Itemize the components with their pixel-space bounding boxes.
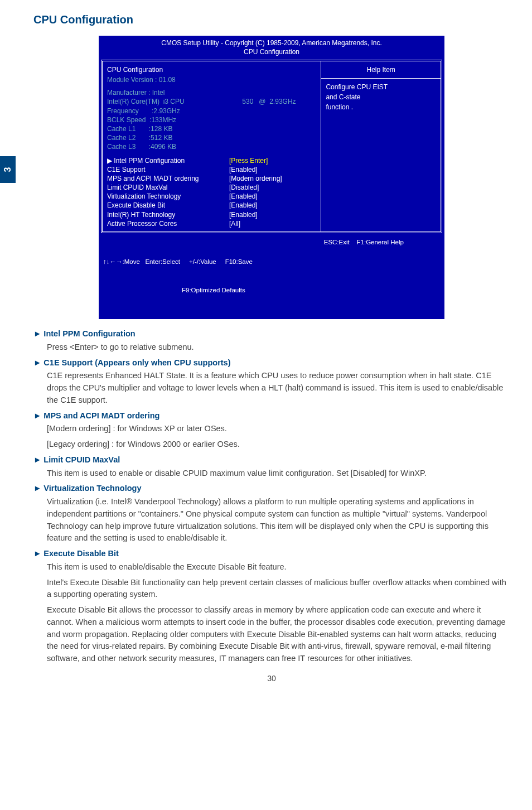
bios-help-line: and C-state <box>326 92 436 102</box>
bios-help-title: Help Item <box>326 65 436 75</box>
bios-help-line: function . <box>326 102 436 112</box>
bios-virt-value[interactable]: [Enabled] <box>229 192 316 201</box>
bios-screenshot: CMOS Setup Utility - Copyright (C) 1985-… <box>99 36 444 319</box>
bios-cache-l2: Cache L2 :512 KB <box>107 133 229 142</box>
bios-nav-hint-right: ESC:Exit F1:General Help <box>324 238 440 315</box>
bios-ppm-config[interactable]: ▶ Intel PPM Configuration <box>107 156 229 165</box>
bios-cpu-model: Intel(R) Core(TM) i3 CPU <box>107 97 229 106</box>
arrow-icon: ► <box>33 411 41 420</box>
section-body-exec-1: This item is used to enable/disable the … <box>33 561 510 573</box>
section-head-virt: ►Virtualization Technology <box>33 483 510 495</box>
bios-cache-l3: Cache L3 :4096 KB <box>107 142 229 151</box>
bios-cache-l1: Cache L1 :128 KB <box>107 124 229 133</box>
bios-cpuid-value[interactable]: [Disabled] <box>229 183 316 192</box>
bios-nav-hint: ↑↓←→:Move Enter:Select +/-/:Value F10:Sa… <box>103 257 324 267</box>
bios-ppm-value[interactable]: [Press Enter] <box>229 156 316 165</box>
page-number: 30 <box>33 673 510 684</box>
section-head-mps: ►MPS and ACPI MADT ordering <box>33 410 510 422</box>
page-title: CPU Configuration <box>33 11 510 28</box>
bios-screen-name: CPU Configuration <box>101 48 442 57</box>
section-body-c1e: C1E represents Enhanced HALT State. It i… <box>33 370 510 406</box>
arrow-icon: ► <box>33 358 41 367</box>
bios-exec-value[interactable]: [Enabled] <box>229 201 316 210</box>
arrow-icon: ► <box>33 329 41 338</box>
section-body-ppm: Press <Enter> to go to relative submenu. <box>33 341 510 354</box>
bios-manufacturer: Manufacturer : Intel <box>107 88 229 97</box>
bios-exec[interactable]: Execute Disable Bit <box>107 201 229 210</box>
bios-help-pane: Help Item Configure CPU EIST and C-state… <box>321 61 441 232</box>
section-body-exec-3: Execute Disable Bit allows the processor… <box>33 604 510 665</box>
bios-cores-value[interactable]: [All] <box>229 219 316 228</box>
bios-virt[interactable]: Virtualization Technology <box>107 192 229 201</box>
bios-ht[interactable]: Intel(R) HT Technology <box>107 210 229 219</box>
arrow-icon: ► <box>33 455 41 464</box>
bios-nav-hint-2: F9:Optimized Defaults <box>103 286 324 295</box>
bios-section-title: CPU Configuration <box>107 65 316 75</box>
bios-module-version: Module Version : 01.08 <box>107 75 316 85</box>
bios-mps[interactable]: MPS and ACPI MADT ordering <box>107 174 229 183</box>
bios-bclk: BCLK Speed :133MHz <box>107 115 229 124</box>
section-body-virt: Virtualization (i.e. Intel® Vanderpool T… <box>33 496 510 544</box>
bios-ht-value[interactable]: [Enabled] <box>229 210 316 219</box>
bios-footer: ↑↓←→:Move Enter:Select +/-/:Value F10:Sa… <box>99 235 444 319</box>
bios-copyright: CMOS Setup Utility - Copyright (C) 1985-… <box>101 39 442 48</box>
bios-cpuid[interactable]: Limit CPUID MaxVal <box>107 183 229 192</box>
bios-help-line: Configure CPU EIST <box>326 82 436 92</box>
bios-c1e[interactable]: C1E Support <box>107 165 229 174</box>
section-body-exec-2: Intel's Execute Disable Bit functionalit… <box>33 577 510 601</box>
section-body-mps-1: [Modern ordering] : for Windows XP or la… <box>33 423 510 435</box>
bios-cores[interactable]: Active Processor Cores <box>107 219 229 228</box>
arrow-icon: ► <box>33 484 41 493</box>
arrow-icon: ► <box>33 549 41 558</box>
section-head-exec: ►Execute Disable Bit <box>33 548 510 560</box>
section-body-cpuid: This item is used to enable or disable C… <box>33 467 510 480</box>
chapter-tab: 3 <box>0 156 16 183</box>
bios-frequency: Frequency :2.93GHz <box>107 107 229 115</box>
section-head-ppm: ►Intel PPM Configuration <box>33 328 510 340</box>
bios-header: CMOS Setup Utility - Copyright (C) 1985-… <box>99 36 444 57</box>
section-body-mps-2: [Legacy ordering] : for Windows 2000 or … <box>33 438 510 451</box>
section-head-cpuid: ►Limit CPUID MaxVal <box>33 454 510 466</box>
bios-c1e-value[interactable]: [Enabled] <box>229 165 316 174</box>
bios-left-pane: CPU Configuration Module Version : 01.08… <box>103 61 321 232</box>
bios-mps-value[interactable]: [Modern ordering] <box>229 174 316 183</box>
bios-cpu-speed: 530 @ 2.93GHz <box>229 97 316 106</box>
section-head-c1e: ►C1E Support (Appears only when CPU supp… <box>33 357 510 369</box>
